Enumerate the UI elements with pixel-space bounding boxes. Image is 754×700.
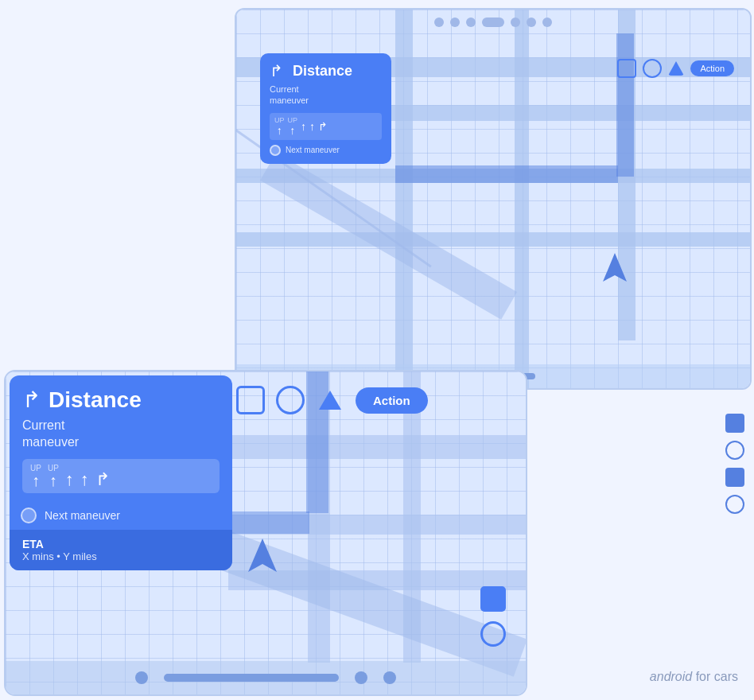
top-dot [542,18,552,27]
large-bottom-bar [6,661,526,694]
watermark-android: android [650,670,692,683]
location-arrow [248,539,277,575]
nav-top-section: ↱ Distance Currentmaneuver UP ↑ UP ↑ ↑ ↑… [10,375,232,501]
small-screen: ↱ Distance Currentmaneuver UP ↑ UP ↑ ↑ ↑… [235,8,752,390]
small-action-bar[interactable]: Action [617,59,734,78]
circle-button[interactable] [276,386,305,414]
triangle-button[interactable] [668,61,684,76]
route-segment [228,511,309,534]
turn-icon: ↱ [270,61,283,80]
large-screen: Action ↱ Distance Currentmaneuver UP ↑ U… [4,370,527,696]
top-pill [482,18,504,27]
eta-details: X mins • Y miles [22,550,220,562]
circle-button[interactable] [643,59,662,78]
watermark-for: for [692,670,714,683]
large-lanes: UP ↑ UP ↑ ↑ ↑ ↱ [22,459,220,493]
large-nav-card: ↱ Distance Currentmaneuver UP ↑ UP ↑ ↑ ↑… [10,375,232,570]
top-dot [450,18,460,27]
large-br-icons [480,586,506,647]
triangle-icon [319,391,341,410]
next-maneuver-label: Next maneuver [45,509,120,522]
next-maneuver-label: Next maneuver [286,146,340,154]
top-dot [466,18,476,27]
small-map: ↱ Distance Currentmaneuver UP ↑ UP ↑ ↑ ↑… [236,10,750,388]
bottom-pill [164,674,339,682]
bottom-dot [355,671,367,684]
road [236,232,750,247]
square-icon [725,468,744,487]
square-button[interactable] [617,59,636,78]
next-maneuver-icon [270,145,281,156]
nav-header: ↱ Distance [22,387,220,413]
circle-icon [725,495,744,514]
action-button[interactable]: Action [356,387,428,414]
route-segment [395,165,618,183]
circle-icon [480,621,506,647]
top-dot [511,18,520,27]
circle-icon [725,441,744,460]
svg-marker-0 [603,253,627,282]
square-button[interactable] [236,386,265,414]
watermark-cars: cars [714,670,738,683]
road [228,435,526,459]
bottom-dot [135,671,148,684]
triangle-button[interactable] [316,386,344,414]
square-icon [480,586,506,612]
large-map: Action ↱ Distance Currentmaneuver UP ↑ U… [6,371,526,694]
top-dot [527,18,536,27]
route-segment [616,33,634,177]
location-arrow [603,253,627,285]
small-lanes: UP ↑ UP ↑ ↑ ↑ ↱ [270,113,382,140]
road [395,10,413,388]
large-action-bar[interactable]: Action [236,386,428,414]
small-top-dots [236,18,750,27]
next-maneuver-row: Next maneuver [10,501,232,530]
road [515,10,529,388]
distance-title: Distance [49,387,142,413]
bottom-dot [383,671,396,684]
watermark: android for cars [650,670,738,684]
eta-section: ETA X mins • Y miles [10,530,232,570]
square-icon [725,414,744,433]
top-dot [434,18,444,27]
action-button[interactable]: Action [690,60,734,76]
svg-marker-1 [248,539,277,572]
small-next-maneuver: Next maneuver [270,145,382,156]
next-maneuver-icon [21,508,37,523]
maneuver-label: Currentmaneuver [270,84,382,107]
right-standalone-icons [725,414,744,514]
maneuver-label: Currentmaneuver [22,418,220,451]
eta-title: ETA [22,538,220,550]
turn-icon: ↱ [22,387,41,413]
small-nav-card: ↱ Distance Currentmaneuver UP ↑ UP ↑ ↑ ↑… [260,53,391,164]
distance-title: Distance [293,63,352,80]
